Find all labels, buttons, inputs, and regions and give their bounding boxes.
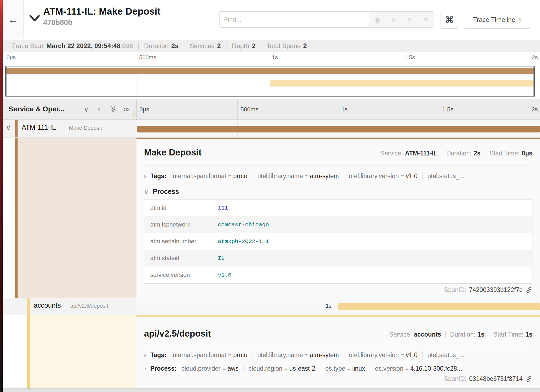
minimap-canvas[interactable] [5, 66, 535, 97]
process-label: Process [153, 188, 179, 195]
view-selector-label: Trace Timeline [473, 16, 515, 24]
collapse-all-icon[interactable]: ≫ [110, 105, 117, 113]
prev-match-icon[interactable]: ∧ [391, 15, 396, 24]
clear-search-icon[interactable]: ✕ [423, 15, 429, 24]
minimap-span-bar-atm [5, 68, 535, 74]
trace-minimap: 0μs 500ms 1s 1.5s 2s [3, 52, 540, 99]
divider [442, 150, 442, 157]
divider [422, 351, 423, 359]
next-match-icon[interactable]: ∨ [407, 15, 412, 24]
collapse-trace-button[interactable] [29, 13, 41, 24]
span-row-accounts: accounts api/v2.5/deposit 1s [3, 298, 540, 315]
duration-label: Duration [144, 42, 169, 50]
tick-1s: 1s [272, 54, 278, 61]
divider [485, 150, 485, 157]
minimap-ticks: 0μs 500ms 1s 1.5s 2s [5, 54, 538, 62]
tick-500ms: 500ms [139, 54, 156, 61]
total-spans-label: Total Spans [266, 42, 300, 50]
span-row-atm-name-cell[interactable]: ∨ ATM-111-IL Make Deposit [3, 120, 136, 137]
divider [144, 346, 532, 346]
span-row-accounts-timeline-cell: 1s [136, 298, 540, 315]
tick-1-5s: 1.5s [404, 54, 415, 61]
find-group: ◉ ∧ ∨ ✕ [219, 11, 434, 28]
divider [138, 42, 139, 49]
tag-item: os.version = 4.16.10-300.fc28.... [375, 365, 464, 372]
duration-value: 1s [478, 331, 485, 338]
total-spans-value: 2 [303, 42, 307, 50]
service-name: ATM-111-IL [22, 124, 56, 131]
bottom-scrollbar-strip[interactable] [3, 388, 540, 392]
depth-value: 2 [252, 42, 255, 50]
span-id-value: 03148be6751f8714 [469, 375, 523, 383]
duration-label: Duration: [450, 331, 475, 338]
tags-accordion[interactable]: › Tags: internal.span.format = proto ote… [144, 351, 532, 359]
process-accordion[interactable]: › Process: cloud.provider = aws cloud.re… [144, 365, 532, 373]
panel-accent-line [136, 138, 540, 139]
detail-header: Make Deposit Service: ATM-111-IL Duratio… [144, 147, 532, 158]
table-row: atm.id 111 [144, 200, 532, 216]
page-title: ATM-111-IL: Make Deposit [43, 6, 161, 17]
detail-meta: Service: ATM-111-IL Duration: 2s Start T… [380, 150, 532, 157]
keyboard-shortcuts-button[interactable]: ⌘ [441, 11, 458, 29]
table-row: atm.serialnumber atmxph-2022-111 [144, 233, 532, 250]
top-bar: ← ATM-111-IL: Make Deposit 478b80b ◉ ∧ ∨… [3, 0, 540, 40]
indent-spacer [3, 138, 15, 298]
link-icon[interactable] [525, 376, 532, 383]
tag-item: cloud.region = us-east-2 [249, 365, 315, 372]
divider [144, 165, 532, 165]
service-value: ATM-111-IL [405, 150, 438, 157]
process-accordion[interactable]: ∨ Process [144, 188, 532, 195]
locate-icon[interactable]: ◉ [374, 15, 381, 24]
link-icon[interactable] [525, 287, 532, 294]
table-row: service.version v1.0 [144, 267, 532, 283]
span-bar-accounts[interactable] [338, 303, 540, 310]
services-value: 2 [217, 42, 221, 50]
chevron-down-icon: ∨ [144, 188, 148, 195]
divider [445, 331, 446, 338]
span-detail-atm: Make Deposit Service: ATM-111-IL Duratio… [3, 138, 540, 298]
chevron-right-icon: › [144, 173, 146, 180]
start-time-value: 1s [525, 331, 532, 338]
ruler-tick-1-5s: 1.5s [442, 106, 454, 113]
trace-id: 478b80b [43, 18, 161, 27]
services-label: Services [189, 42, 214, 50]
tag-item: otel.library.name = atm-sytem [257, 172, 339, 180]
table-row: atm.ispnetwork comcast-chicago [144, 216, 532, 233]
find-input[interactable] [219, 11, 369, 28]
span-row-accounts-name-cell[interactable]: accounts api/v2.5/deposit [3, 298, 136, 315]
service-color-bar [27, 298, 30, 315]
minimap-left-handle[interactable] [5, 67, 6, 96]
tags-label: Tags: [150, 172, 166, 180]
tags-label: Tags: [150, 351, 166, 359]
minimap-span-bar-accounts [270, 80, 535, 87]
minimap-right-handle[interactable] [534, 67, 535, 96]
span-id-value: 742003393b122f7e [469, 286, 523, 294]
duration-value: 2s [171, 42, 179, 50]
detail-meta: Service: accounts Duration: 1s Start Tim… [389, 331, 532, 338]
operation-name: Make Deposit [69, 125, 102, 131]
tag-item: otel.library.version = v1.0 [349, 351, 418, 359]
tags-accordion[interactable]: › Tags: internal.span.format = proto ote… [144, 172, 532, 180]
expand-all-icon[interactable]: ≫ [123, 105, 130, 113]
view-selector-button[interactable]: Trace Timeline ∨ [464, 11, 531, 29]
process-label: Process: [150, 365, 176, 372]
collapse-one-icon[interactable]: ∨ [84, 105, 89, 113]
divider [261, 42, 261, 49]
expand-one-icon[interactable]: › [98, 105, 100, 113]
tick-2s: 2s [532, 54, 538, 61]
indent-spacer [3, 315, 27, 388]
span-id-label: SpanID: [444, 375, 466, 383]
expander-chevron-icon[interactable]: ∨ [6, 124, 11, 132]
ruler-tick-1s: 1s [341, 106, 348, 113]
span-bar-atm[interactable] [137, 126, 540, 132]
divider [320, 365, 320, 373]
trace-summary-bar: Trace Start March 22 2022, 09:54:48 .096… [3, 40, 540, 52]
detail-header: api/v2.5/deposit Service: accounts Durat… [144, 328, 532, 339]
back-button[interactable]: ← [3, 0, 24, 39]
tag-item-truncated: otel.status_... [428, 172, 465, 180]
ruler-gridline [439, 99, 439, 119]
divider [370, 365, 370, 373]
service-name: accounts [34, 301, 61, 309]
chevron-down-icon [29, 15, 40, 22]
detail-title: api/v2.5/deposit [144, 328, 211, 339]
